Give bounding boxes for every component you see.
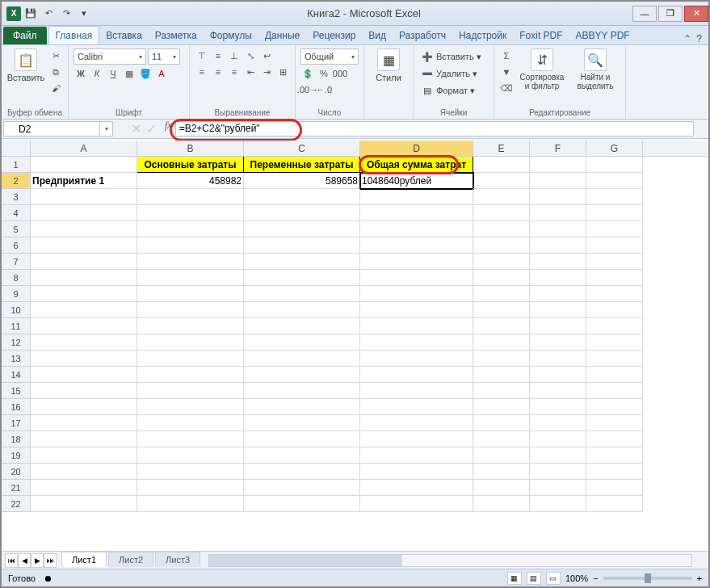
cell[interactable]	[31, 157, 137, 173]
cell[interactable]	[360, 205, 473, 221]
cell[interactable]	[473, 221, 530, 237]
cell[interactable]	[244, 383, 360, 399]
cell[interactable]	[244, 415, 360, 431]
orientation-button[interactable]: ⤡	[243, 48, 258, 63]
macro-record-button[interactable]: ⏺	[44, 573, 53, 583]
cell[interactable]	[586, 480, 643, 496]
sheet-nav-next[interactable]: ▶	[31, 553, 44, 568]
tab-formulas[interactable]: Формулы	[204, 27, 258, 44]
ribbon-help-button[interactable]: ?	[696, 33, 702, 44]
cell[interactable]	[473, 464, 530, 480]
view-break-button[interactable]: ▭	[546, 572, 561, 585]
row-header[interactable]: 4	[2, 205, 31, 221]
tab-insert[interactable]: Вставка	[99, 27, 149, 44]
increase-decimal-button[interactable]: .00→	[300, 82, 315, 97]
worksheet-grid[interactable]: A B C D E F G 1Основные затратыПеременны…	[2, 141, 708, 551]
cell[interactable]	[360, 302, 473, 318]
cell[interactable]	[473, 270, 530, 286]
cell[interactable]	[473, 286, 530, 302]
cell[interactable]	[31, 415, 137, 431]
cell[interactable]	[360, 270, 473, 286]
cell[interactable]	[137, 415, 244, 431]
col-header-d[interactable]: D	[360, 141, 473, 156]
cell[interactable]	[586, 334, 643, 351]
cell[interactable]	[530, 383, 586, 399]
tab-home[interactable]: Главная	[48, 26, 100, 44]
row-header[interactable]: 8	[2, 270, 31, 286]
sort-filter-button[interactable]: ⇵ Сортировка и фильтр	[517, 48, 567, 90]
align-top-button[interactable]: ⊤	[195, 48, 209, 63]
border-button[interactable]: ▦	[122, 66, 137, 81]
font-color-button[interactable]: A	[154, 66, 169, 81]
cell[interactable]	[360, 464, 473, 480]
align-left-button[interactable]: ≡	[195, 65, 209, 79]
cell[interactable]	[31, 237, 137, 254]
tab-layout[interactable]: Разметка	[149, 27, 204, 44]
cell[interactable]	[473, 157, 530, 173]
tab-review[interactable]: Рецензир	[306, 27, 362, 44]
cell[interactable]	[530, 447, 586, 464]
cell[interactable]	[244, 334, 360, 351]
cell[interactable]	[530, 286, 586, 302]
cell[interactable]	[137, 254, 244, 270]
cell[interactable]	[473, 383, 530, 399]
cell[interactable]	[137, 221, 244, 237]
align-right-button[interactable]: ≡	[227, 65, 242, 79]
find-select-button[interactable]: 🔍 Найти и выделить	[570, 48, 620, 90]
cell[interactable]	[586, 237, 643, 254]
cell[interactable]	[530, 173, 586, 189]
col-header-b[interactable]: B	[137, 141, 244, 156]
cell[interactable]	[473, 351, 530, 367]
cell[interactable]	[137, 431, 244, 447]
row-header[interactable]: 12	[2, 334, 31, 351]
cell[interactable]: Предприятие 1	[31, 173, 137, 189]
cell[interactable]	[31, 383, 137, 399]
close-button[interactable]: ✕	[684, 6, 708, 22]
qat-redo-button[interactable]: ↷	[58, 6, 74, 22]
ribbon-minimize-button[interactable]: ⌃	[683, 33, 691, 44]
sheet-nav-last[interactable]: ⏭	[44, 553, 57, 568]
cell[interactable]	[586, 173, 643, 189]
cell[interactable]	[360, 447, 473, 464]
cell[interactable]	[137, 205, 244, 221]
sheet-nav-first[interactable]: ⏮	[5, 553, 18, 568]
cell[interactable]	[31, 318, 137, 334]
cell[interactable]	[360, 496, 473, 512]
cell[interactable]	[360, 286, 473, 302]
cell[interactable]: Общая сумма затрат	[360, 157, 473, 173]
cell[interactable]	[31, 480, 137, 496]
cell[interactable]	[137, 367, 244, 383]
cell[interactable]	[530, 399, 586, 415]
cell[interactable]	[244, 431, 360, 447]
cell[interactable]	[137, 480, 244, 496]
cell[interactable]	[137, 383, 244, 399]
cell[interactable]	[586, 399, 643, 415]
cell[interactable]	[586, 254, 643, 270]
format-painter-button[interactable]: 🖌	[48, 81, 63, 95]
cell[interactable]	[473, 173, 530, 189]
wrap-text-button[interactable]: ↩	[259, 48, 274, 63]
cell[interactable]	[473, 480, 530, 496]
cell[interactable]	[137, 447, 244, 464]
cell[interactable]	[473, 237, 530, 254]
cell[interactable]	[360, 189, 473, 205]
cell[interactable]	[530, 431, 586, 447]
tab-developer[interactable]: Разработч	[393, 27, 452, 44]
cell[interactable]	[244, 399, 360, 415]
view-normal-button[interactable]: ▦	[507, 572, 522, 585]
cell[interactable]	[31, 189, 137, 205]
cell[interactable]	[530, 480, 586, 496]
cell[interactable]	[530, 189, 586, 205]
insert-cells-button[interactable]: ➕Вставить ▾	[418, 48, 485, 65]
zoom-slider[interactable]	[603, 577, 692, 580]
cell[interactable]	[473, 334, 530, 351]
cell[interactable]	[473, 399, 530, 415]
number-format-combo[interactable]: Общий▾	[300, 48, 359, 65]
cell[interactable]: 589658	[244, 173, 360, 189]
col-header-e[interactable]: E	[473, 141, 530, 156]
cell[interactable]	[360, 367, 473, 383]
cell[interactable]	[137, 334, 244, 351]
cell[interactable]	[137, 464, 244, 480]
cell[interactable]	[360, 480, 473, 496]
select-all-corner[interactable]	[2, 141, 31, 156]
